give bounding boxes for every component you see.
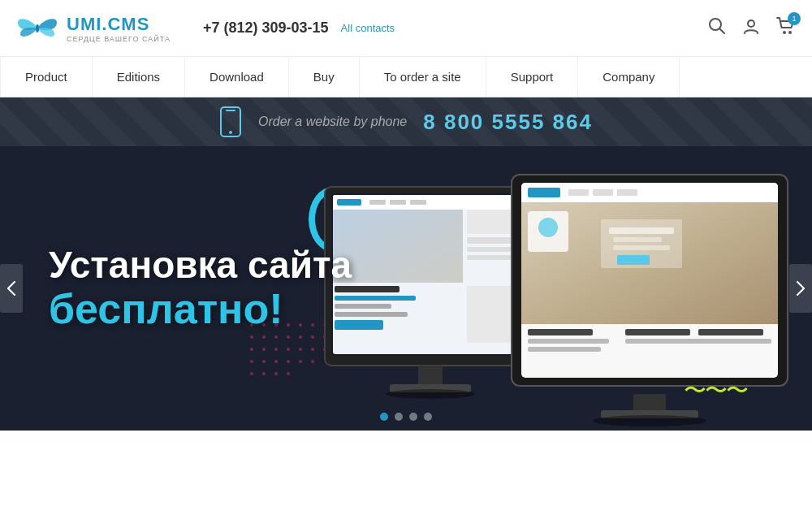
svg-point-24 (262, 348, 266, 351)
svg-point-16 (250, 335, 253, 339)
phone-number: +7 (812) 309-03-15 (203, 19, 329, 37)
svg-point-21 (311, 335, 314, 339)
header-icons: 1 (708, 17, 796, 39)
zigzag-decoration: 〜〜〜 (684, 375, 747, 406)
hero-title-line1: Установка сайта (49, 245, 352, 286)
svg-point-37 (262, 372, 266, 375)
search-icon[interactable] (708, 17, 726, 39)
svg-point-25 (274, 348, 278, 351)
svg-rect-80 (528, 339, 609, 344)
svg-rect-43 (333, 195, 528, 210)
svg-point-36 (250, 372, 253, 375)
svg-point-3 (748, 20, 754, 27)
svg-rect-81 (528, 347, 601, 352)
svg-rect-85 (698, 339, 771, 344)
nav-item-company[interactable]: Company (578, 57, 680, 97)
slider-prev-button[interactable] (0, 264, 23, 313)
svg-rect-84 (698, 329, 763, 335)
svg-rect-67 (568, 189, 589, 196)
svg-point-38 (274, 372, 278, 375)
nav-item-support[interactable]: Support (486, 57, 579, 97)
svg-point-19 (287, 335, 290, 339)
svg-point-32 (274, 360, 278, 363)
svg-point-35 (311, 360, 314, 363)
svg-rect-44 (337, 199, 361, 206)
slider-next-button[interactable] (789, 264, 812, 313)
svg-rect-66 (528, 188, 560, 197)
slider-dots (380, 413, 432, 421)
svg-point-26 (287, 348, 290, 351)
nav-item-order-site[interactable]: To order a site (360, 57, 486, 97)
svg-point-31 (262, 360, 266, 363)
logo-butterfly-icon (16, 11, 58, 45)
slider-dot-4[interactable] (424, 413, 432, 421)
svg-point-23 (250, 348, 253, 351)
slider-dot-3[interactable] (409, 413, 417, 421)
svg-point-30 (250, 360, 253, 363)
svg-rect-86 (633, 394, 666, 412)
svg-point-0 (36, 24, 39, 32)
svg-rect-60 (418, 366, 443, 386)
slider-dot-1[interactable] (380, 413, 388, 421)
svg-rect-49 (333, 210, 463, 283)
svg-point-34 (299, 360, 302, 363)
svg-point-39 (287, 372, 290, 375)
svg-point-62 (386, 389, 475, 399)
main-nav: Product Editions Download Buy To order a… (0, 57, 812, 97)
svg-point-18 (274, 335, 278, 339)
banner-strip-bg (0, 97, 812, 146)
nav-item-download[interactable]: Download (185, 57, 289, 97)
svg-rect-82 (625, 329, 690, 335)
svg-rect-76 (617, 255, 650, 265)
nav-item-buy[interactable]: Buy (289, 57, 360, 97)
svg-point-33 (287, 360, 290, 363)
svg-point-5 (788, 31, 792, 34)
monitor-right (503, 171, 796, 431)
user-icon[interactable] (742, 17, 760, 39)
nav-item-editions[interactable]: Editions (93, 57, 185, 97)
svg-point-4 (783, 31, 786, 34)
svg-line-2 (719, 28, 724, 33)
svg-rect-74 (613, 237, 662, 242)
logo-text: UMI.CMS СЕРДЦЕ ВАШЕГО САЙТА (67, 14, 171, 43)
header: UMI.CMS СЕРДЦЕ ВАШЕГО САЙТА +7 (812) 309… (0, 0, 812, 57)
svg-point-78 (538, 218, 558, 237)
svg-rect-45 (369, 200, 386, 205)
hero-title-line2: бесплатно! (49, 286, 352, 332)
phone-area: +7 (812) 309-03-15 All contacts (203, 19, 395, 37)
hero-slider: Установка сайта бесплатно! .dp { fill: r… (0, 146, 812, 431)
logo-tagline: СЕРДЦЕ ВАШЕГО САЙТА (67, 35, 171, 43)
nav-item-product[interactable]: Product (0, 57, 93, 97)
svg-rect-46 (390, 200, 406, 205)
svg-rect-68 (593, 189, 613, 196)
svg-point-17 (262, 335, 266, 339)
svg-point-20 (299, 335, 302, 339)
logo-area[interactable]: UMI.CMS СЕРДЦЕ ВАШЕГО САЙТА (16, 11, 179, 45)
svg-point-27 (299, 348, 302, 351)
svg-rect-75 (613, 245, 670, 250)
slider-dot-2[interactable] (395, 413, 403, 421)
slider-content: Установка сайта бесплатно! .dp { fill: r… (0, 146, 812, 431)
svg-rect-83 (625, 339, 706, 344)
svg-rect-79 (528, 329, 593, 335)
svg-rect-69 (617, 189, 637, 196)
svg-rect-73 (609, 227, 674, 234)
svg-point-88 (593, 415, 706, 426)
banner-strip: Order a website by phone 8 800 5555 864 (0, 97, 812, 146)
hero-text: Установка сайта бесплатно! (49, 245, 352, 332)
svg-rect-47 (410, 200, 426, 205)
svg-point-28 (311, 348, 314, 351)
logo-name: UMI.CMS (67, 14, 171, 35)
cart-wrapper[interactable]: 1 (776, 17, 796, 39)
cart-badge: 1 (788, 12, 801, 25)
all-contacts-link[interactable]: All contacts (341, 22, 395, 34)
